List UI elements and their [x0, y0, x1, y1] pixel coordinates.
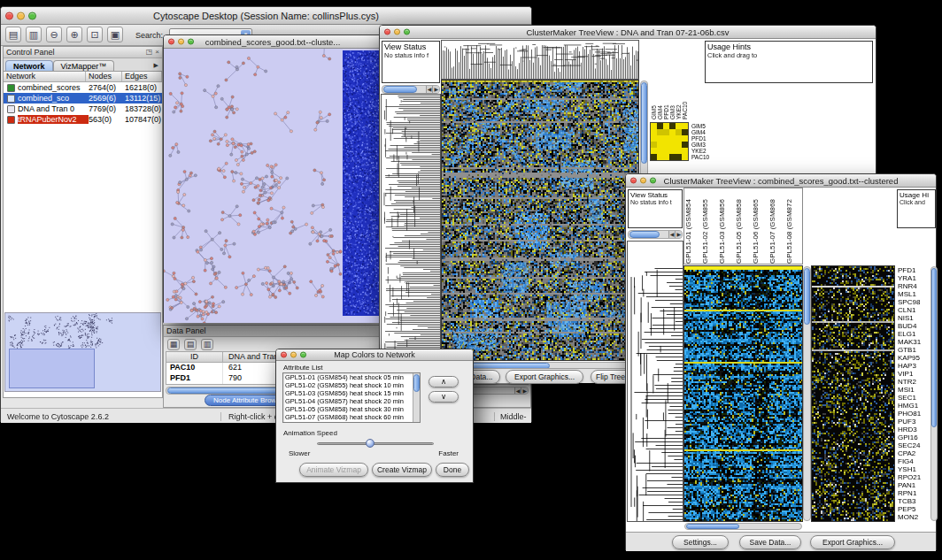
minimize-icon[interactable] — [178, 39, 184, 45]
matrix-column-label[interactable]: GIM4 — [657, 75, 663, 119]
gene-label[interactable]: CLN1 — [898, 306, 930, 314]
gene-label[interactable]: GPI16 — [898, 433, 930, 441]
treeview1-titlebar[interactable]: ClusterMaker TreeView : DNA and Tran 07-… — [380, 26, 876, 39]
float-panel-icon[interactable]: ◳ — [146, 47, 153, 58]
network-row[interactable]: tRNAPuberNov2 563(0) 107847(0) — [4, 114, 162, 125]
main-titlebar[interactable]: Cytoscape Desktop (Session Name: collins… — [1, 7, 531, 25]
network-row[interactable]: combined_sco 2569(6) 13112(15) — [4, 93, 162, 104]
maximize-icon[interactable] — [188, 39, 194, 45]
matrix-row-label[interactable]: GIM4 — [691, 129, 727, 135]
matrix-column-label[interactable]: YKE2 — [676, 75, 682, 119]
dendrogram-hscrollbar[interactable]: ◀▶ — [628, 230, 683, 239]
zoom-out-icon[interactable]: ⊖ — [46, 27, 62, 42]
col-id[interactable]: ID — [166, 352, 223, 362]
maximize-icon[interactable] — [28, 12, 36, 19]
tv1-similarity-matrix-canvas[interactable] — [651, 123, 688, 160]
gene-label[interactable]: SEC24 — [898, 441, 930, 449]
scroll-left-icon[interactable]: ◀ — [668, 231, 676, 238]
close-icon[interactable] — [630, 178, 637, 184]
gene-label[interactable]: RPO21 — [898, 473, 930, 481]
scroll-left-icon[interactable]: ◀ — [514, 387, 521, 394]
scroll-right-icon[interactable]: ▶ — [521, 387, 528, 394]
gene-label[interactable]: NTR2 — [898, 378, 930, 386]
import-network-icon[interactable]: ▥ — [26, 27, 42, 42]
settings-button[interactable]: Settings... — [672, 535, 729, 549]
heatmap-column-label[interactable]: GPL51-05 (GSM858 — [735, 188, 752, 264]
network-row[interactable]: DNA and Tran 0 7769(0) 183728(0) — [4, 104, 162, 114]
gene-label[interactable]: PEP5 — [898, 505, 930, 513]
gene-label[interactable]: CPA2 — [898, 449, 930, 457]
heatmap-column-label[interactable]: GPL51-08 (GSM872 — [785, 188, 802, 264]
attribute-list-item[interactable]: GPL51-01 (GSM854) heat shock 05 min — [283, 373, 420, 381]
gene-label[interactable]: MSI1 — [898, 386, 930, 394]
move-down-button[interactable]: ∨ — [429, 391, 459, 403]
export-graphics-button[interactable]: Export Graphics... — [506, 370, 583, 384]
scroll-right-icon[interactable]: ▶ — [675, 231, 682, 238]
matrix-row-label[interactable]: PAC10 — [691, 154, 727, 160]
tv1-col-dendrogram-canvas[interactable] — [442, 41, 638, 79]
zoom-in-icon[interactable]: ⊕ — [66, 27, 82, 42]
gene-label[interactable]: YRA1 — [898, 274, 930, 282]
gene-label[interactable]: HMG1 — [898, 402, 930, 410]
close-icon[interactable] — [168, 39, 174, 45]
network-view-titlebar[interactable]: combined_scores_good.txt--cluste... — [164, 35, 382, 49]
done-button[interactable]: Done — [436, 463, 469, 477]
minimize-icon[interactable] — [640, 178, 646, 184]
network-overview-canvas[interactable] — [5, 313, 160, 391]
tab-network[interactable]: Network — [5, 60, 53, 71]
matrix-column-label[interactable]: GIM5 — [651, 75, 657, 119]
heatmap-column-label[interactable]: GPL51-01 (GSM854 — [684, 188, 701, 264]
network-view-canvas[interactable] — [164, 49, 382, 323]
minimize-icon[interactable] — [17, 12, 25, 19]
move-up-button[interactable]: ∧ — [429, 376, 459, 387]
gene-label[interactable]: PUF3 — [898, 418, 930, 426]
gene-label[interactable]: BUD4 — [898, 322, 930, 330]
gene-label[interactable]: PAN1 — [898, 481, 930, 489]
close-icon[interactable] — [281, 352, 287, 358]
matrix-row-label[interactable]: PFD1 — [691, 135, 727, 142]
delete-attribute-icon[interactable]: ▥ — [201, 339, 213, 350]
close-panel-icon[interactable]: × — [155, 47, 159, 58]
gene-label[interactable]: SEC1 — [898, 394, 930, 402]
dendrogram-hscrollbar[interactable]: ◀▶ — [382, 85, 440, 94]
heatmap-column-label[interactable]: GPL51-03 (GSM856 — [718, 188, 735, 264]
scroll-right-icon[interactable]: ▶ — [432, 86, 439, 93]
gene-label[interactable]: YSH1 — [898, 465, 930, 473]
tv2-heatmap-canvas[interactable] — [684, 266, 802, 521]
tab-vizmapper[interactable]: VizMapper™ — [53, 60, 115, 71]
attribute-list-item[interactable]: GPL51-05 (GSM858) heat shock 30 min — [283, 405, 420, 413]
attribute-list-item[interactable]: GPL51-04 (GSM857) heat shock 20 min — [283, 397, 420, 405]
gene-label[interactable]: NIS1 — [898, 314, 930, 322]
matrix-row-label[interactable]: GIM3 — [691, 142, 727, 148]
scroll-left-icon[interactable]: ◀ — [426, 86, 433, 93]
heatmap-vscrollbar[interactable] — [803, 266, 811, 521]
minimize-icon[interactable] — [394, 29, 400, 35]
heatmap-column-label[interactable]: GPL51-07 (GSM868 — [768, 188, 785, 264]
col-nodes[interactable]: Nodes — [86, 72, 122, 81]
gene-list-vscrollbar[interactable] — [930, 266, 938, 521]
gene-label[interactable]: KAP95 — [898, 354, 930, 362]
matrix-row-label[interactable]: GIM5 — [691, 123, 727, 129]
heatmap-column-label[interactable]: GPL51-06 (GSM865 — [752, 188, 768, 264]
gene-label[interactable]: MAK31 — [898, 338, 930, 346]
maximize-icon[interactable] — [300, 352, 306, 358]
gene-label[interactable]: FIG4 — [898, 457, 930, 465]
gene-label[interactable]: MSL1 — [898, 290, 930, 298]
gene-label[interactable]: HAP3 — [898, 362, 930, 370]
tv2-row-dendrogram-canvas[interactable] — [628, 242, 683, 521]
open-session-icon[interactable]: ▤ — [5, 27, 21, 42]
maximize-icon[interactable] — [404, 29, 410, 35]
dialog-titlebar[interactable]: Map Colors to Network — [276, 349, 473, 361]
export-graphics-button[interactable]: Export Graphics... — [810, 535, 895, 549]
animate-vizmap-button[interactable]: Animate Vizmap — [299, 463, 368, 477]
matrix-column-label[interactable]: PAC10 — [682, 75, 688, 119]
attribute-list-item[interactable]: GPL51-07 (GSM868) heat shock 60 min — [283, 413, 420, 421]
save-data-button[interactable]: Save Data... — [739, 535, 801, 549]
close-icon[interactable] — [384, 29, 390, 35]
col-network[interactable]: Network — [4, 72, 86, 81]
tv2-secondary-heatmap-canvas[interactable] — [812, 266, 894, 521]
tv1-heatmap-canvas[interactable] — [442, 81, 638, 360]
network-row[interactable]: combined_scores 2764(0) 16218(0) — [4, 82, 162, 93]
gene-label[interactable]: RPN1 — [898, 489, 930, 497]
gene-label[interactable]: SPC98 — [898, 298, 930, 306]
